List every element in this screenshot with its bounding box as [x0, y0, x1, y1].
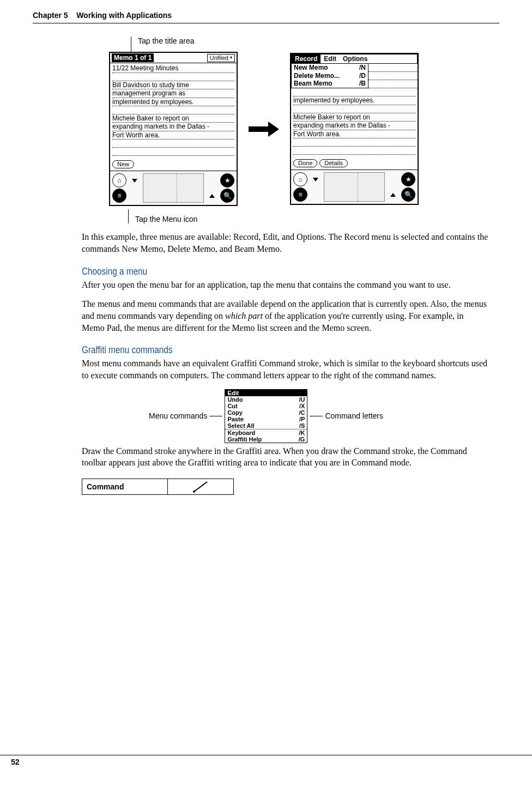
memo-line: Michele Baker to report on	[293, 113, 415, 122]
menu-item-undo[interactable]: Undo/U	[225, 396, 307, 403]
page-footer: 52	[0, 755, 532, 766]
page-header: Chapter 5 Working with Applications	[33, 11, 499, 23]
svg-line-0	[194, 482, 207, 492]
memo-line[interactable]	[112, 148, 234, 156]
silkscreen-area: ⌂ ★ ≡ 🔍	[110, 171, 237, 205]
figure-edit-menu: Menu commands Edit Undo/U Cut/X Copy/C P…	[33, 389, 499, 443]
memo-line[interactable]: 11/22 Meeting Minutes	[112, 64, 234, 72]
menu-icon[interactable]: ≡	[112, 189, 126, 203]
memo-line[interactable]: Michele Baker to report on	[112, 114, 234, 123]
callout-tap-title: Tap the title area	[131, 37, 499, 52]
favorite-icon[interactable]: ★	[401, 172, 415, 186]
memo-line[interactable]	[112, 140, 234, 148]
menu-item-cut[interactable]: Cut/X	[225, 403, 307, 409]
scroll-up-icon[interactable]	[209, 194, 215, 198]
figure-palm-devices: Memo 1 of 1 Unfiled ▾ 11/22 Meeting Minu…	[109, 52, 499, 206]
paragraph: Most menu commands have an equivalent Gr…	[82, 358, 488, 381]
edit-menu-title: Edit	[225, 390, 307, 396]
svg-point-1	[193, 491, 195, 493]
done-button[interactable]: Done	[293, 159, 317, 167]
memo-line[interactable]	[112, 106, 234, 114]
graffiti-area[interactable]	[324, 172, 385, 202]
leader-line	[310, 416, 323, 416]
menu-icon[interactable]: ≡	[293, 187, 307, 202]
memo-line: Fort Worth area.	[293, 130, 415, 138]
new-button[interactable]: New	[112, 160, 134, 168]
scroll-up-icon[interactable]	[390, 193, 396, 197]
menu-item-select-all[interactable]: Select All/S	[225, 422, 307, 429]
paragraph: Draw the Command stroke anywhere in the …	[82, 445, 488, 469]
graffiti-area[interactable]	[143, 173, 204, 203]
memo-line	[368, 80, 418, 88]
chapter-title: Working with Applications	[76, 11, 172, 20]
callout-tap-menu-icon: Tap the Menu icon	[128, 209, 499, 223]
home-icon[interactable]: ⌂	[112, 173, 126, 187]
details-button[interactable]: Details	[319, 159, 348, 167]
command-label: Command	[82, 479, 168, 494]
find-icon[interactable]: 🔍	[220, 189, 234, 203]
heading-choosing-a-menu: Choosing a menu	[82, 265, 427, 278]
memo-line[interactable]: expanding markets in the Dallas -	[112, 123, 234, 131]
palm-screenshot-left: Memo 1 of 1 Unfiled ▾ 11/22 Meeting Minu…	[109, 52, 238, 206]
label-command-letters: Command letters	[325, 411, 383, 420]
edit-menu-dropdown: Edit Undo/U Cut/X Copy/C Paste/P Select …	[225, 389, 307, 443]
record-menu-dropdown: New Memo/N Delete Memo.../D Beam Memo/B	[291, 64, 368, 88]
memo-line: implemented by employees.	[293, 96, 415, 105]
memo-line	[293, 88, 415, 96]
page-number: 52	[11, 758, 20, 766]
memo-line	[368, 72, 418, 80]
find-icon[interactable]: 🔍	[401, 187, 415, 202]
memo-line: expanding markets in the Dallas -	[293, 122, 415, 130]
memo-line	[293, 147, 415, 155]
memo-line[interactable]: management program as	[112, 89, 234, 98]
menu-item-graffiti-help[interactable]: Graffiti Help/G	[225, 436, 307, 443]
scroll-down-icon[interactable]	[313, 178, 318, 181]
home-icon[interactable]: ⌂	[293, 172, 307, 186]
memo-title-bar[interactable]: Memo 1 of 1 Unfiled ▾	[110, 53, 237, 63]
menu-edit[interactable]: Edit	[321, 55, 340, 63]
menu-item-new-memo[interactable]: New Memo/N	[292, 64, 368, 71]
memo-line	[293, 138, 415, 147]
label-menu-commands: Menu commands	[149, 411, 207, 420]
menu-options[interactable]: Options	[340, 55, 371, 63]
memo-line[interactable]	[112, 73, 234, 81]
paragraph: In this example, three menus are availab…	[82, 231, 488, 255]
menu-bar[interactable]: Record Edit Options	[291, 54, 418, 64]
memo-title: Memo 1 of 1	[112, 53, 154, 62]
command-stroke-glyph	[168, 479, 233, 494]
memo-line[interactable]: Bill Davidson to study time	[112, 81, 234, 89]
memo-line	[293, 105, 415, 113]
paragraph: After you open the menu bar for an appli…	[82, 279, 488, 291]
heading-graffiti-menu-commands: Graffiti menu commands	[82, 343, 427, 356]
menu-item-beam-memo[interactable]: Beam Memo/B	[292, 80, 368, 87]
memo-line[interactable]: implemented by employees.	[112, 98, 234, 106]
favorite-icon[interactable]: ★	[220, 173, 234, 187]
command-stroke-table: Command	[82, 479, 234, 495]
category-selector[interactable]: Unfiled ▾	[207, 54, 235, 62]
menu-item-paste[interactable]: Paste/P	[225, 416, 307, 422]
memo-line	[368, 64, 418, 72]
palm-screenshot-right: Record Edit Options New Memo/N Delete Me…	[290, 53, 419, 205]
memo-line[interactable]: Fort Worth area.	[112, 131, 234, 140]
silkscreen-area: ⌂ ★ ≡ 🔍	[291, 170, 418, 204]
menu-item-keyboard[interactable]: Keyboard/K	[225, 429, 307, 436]
menu-record[interactable]: Record	[292, 55, 321, 63]
menu-item-delete-memo[interactable]: Delete Memo.../D	[292, 72, 368, 80]
leader-line	[209, 416, 222, 416]
paragraph: The menus and menu commands that are ava…	[82, 298, 488, 334]
scroll-down-icon[interactable]	[132, 179, 137, 183]
chapter-label: Chapter 5	[33, 11, 68, 20]
arrow-icon	[247, 122, 280, 137]
menu-item-copy[interactable]: Copy/C	[225, 409, 307, 416]
